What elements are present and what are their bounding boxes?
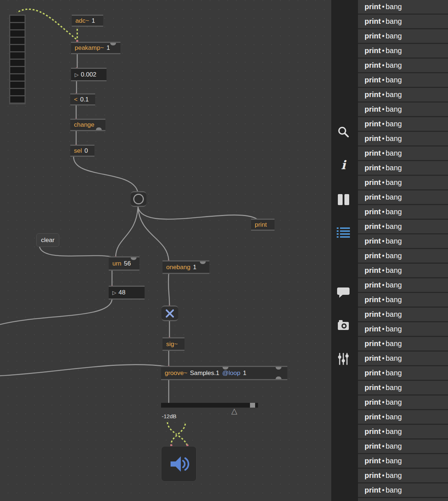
max-console: print•bangprint•bangprint•bangprint•bang… [358, 0, 448, 501]
note-number-box[interactable]: ▷ 48 [109, 286, 145, 300]
console-row-list: print•bangprint•bangprint•bangprint•bang… [358, 0, 448, 501]
inlet-nubs [75, 40, 258, 446]
sig-object[interactable]: sig~ [163, 337, 184, 351]
console-row[interactable]: print•bang [358, 88, 448, 101]
search-icon[interactable] [337, 125, 350, 138]
onebang-object[interactable]: onebang 1 [163, 260, 209, 274]
peakamp-object[interactable]: peakamp~ 1 [71, 42, 120, 54]
console-row[interactable]: print•bang [358, 308, 448, 321]
groove-object[interactable]: groove~ Samples.1 @loop 1 [161, 366, 287, 380]
console-row[interactable]: print•bang [358, 29, 448, 43]
less-than-object[interactable]: < 0.1 [70, 93, 95, 105]
meter-object[interactable] [9, 15, 26, 104]
threshold-number-box[interactable]: ▷ 0.002 [71, 68, 107, 81]
clear-message-box[interactable]: clear [36, 233, 59, 247]
console-row[interactable]: print•bang [358, 15, 448, 28]
object-name: urn [112, 260, 122, 267]
object-name: sig~ [166, 341, 178, 348]
ezdac-button[interactable] [161, 446, 197, 482]
console-row[interactable]: print•bang [358, 337, 448, 350]
console-row[interactable]: print•bang [358, 381, 448, 394]
object-arg: Samples.1 [190, 370, 219, 377]
message-text: clear [41, 237, 55, 244]
console-row[interactable]: print•bang [358, 293, 448, 307]
change-object[interactable]: change [70, 119, 105, 131]
console-row[interactable]: print•bang [358, 190, 448, 204]
mixer-sliders-icon[interactable] [337, 352, 350, 365]
console-row[interactable]: print•bang [358, 0, 448, 14]
console-row[interactable]: print•bang [358, 44, 448, 57]
snapshot-camera-icon[interactable] [337, 319, 350, 332]
object-name: change [74, 121, 94, 129]
console-list-icon[interactable] [337, 226, 350, 239]
object-attr: @loop [222, 370, 240, 377]
object-attr-arg: 1 [243, 370, 246, 377]
console-row[interactable]: print•bang [358, 117, 448, 131]
object-arg: 56 [124, 260, 131, 267]
object-arg: 1 [107, 44, 110, 52]
console-row[interactable]: print•bang [358, 234, 448, 248]
console-row[interactable]: print•bang [358, 205, 448, 219]
playbar-position [250, 403, 255, 408]
console-row[interactable]: print•bang [358, 439, 448, 453]
toggle-box[interactable] [161, 305, 178, 321]
number-triangle-icon: ▷ [75, 72, 79, 77]
object-name: adc~ [75, 17, 89, 25]
console-row[interactable]: print•bang [358, 483, 448, 497]
console-row[interactable]: print•bang [358, 278, 448, 292]
object-name: groove~ [165, 370, 187, 377]
adc-object[interactable]: adc~ 1 [72, 15, 103, 27]
console-row[interactable]: print•bang [358, 73, 448, 87]
number-value: 0.002 [81, 71, 97, 78]
loop-marker-icon[interactable]: △ [231, 407, 237, 415]
console-row[interactable]: print•bang [358, 396, 448, 409]
print-object[interactable]: print [251, 219, 275, 231]
console-row[interactable]: print•bang [358, 220, 448, 233]
object-name: onebang [166, 264, 190, 271]
toggle-x-icon [165, 309, 175, 318]
console-row[interactable]: print•bang [358, 176, 448, 189]
sel-object[interactable]: sel 0 [70, 145, 94, 157]
inlet-bump [200, 261, 206, 264]
playbar[interactable] [161, 403, 258, 408]
object-arg: 0 [85, 147, 88, 155]
patcher-canvas[interactable]: adc~ 1 peakamp~ 1 ▷ 0.002 < 0.1 change s… [0, 0, 331, 501]
console-row[interactable]: print•bang [358, 469, 448, 482]
console-row[interactable]: print•bang [358, 161, 448, 175]
bang-circle-icon [133, 194, 144, 204]
object-name: peakamp~ [75, 44, 104, 52]
object-arg: 0.1 [80, 96, 89, 103]
console-row[interactable]: print•bang [358, 352, 448, 365]
object-arg: 1 [92, 17, 95, 25]
urn-object[interactable]: urn 56 [109, 256, 139, 271]
console-row[interactable]: print•bang [358, 425, 448, 438]
console-row[interactable]: print•bang [358, 322, 448, 336]
console-row[interactable]: print•bang [358, 410, 448, 424]
console-row[interactable]: print•bang [358, 264, 448, 277]
gain-value-label: -12dB [162, 413, 176, 419]
info-icon[interactable]: i [337, 158, 350, 171]
console-row[interactable]: print•bang [358, 132, 448, 145]
object-name: print [255, 221, 267, 229]
console-row[interactable]: print•bang [358, 103, 448, 116]
inlet-bump [110, 43, 116, 45]
outlet-bump [276, 376, 281, 379]
speaker-icon [168, 453, 190, 475]
split-view-icon[interactable] [337, 193, 350, 206]
bang-button[interactable] [131, 191, 146, 207]
number-value: 48 [119, 289, 126, 296]
inlet-bump [276, 367, 281, 370]
comment-bubble-icon[interactable] [337, 285, 350, 298]
outlet-bump [96, 127, 102, 130]
console-row[interactable]: print•bang [358, 249, 448, 263]
console-row[interactable]: print•bang [358, 366, 448, 380]
console-row[interactable]: print•bang [358, 146, 448, 160]
console-row[interactable]: print•bang [358, 454, 448, 468]
number-triangle-icon: ▷ [112, 290, 116, 295]
console-row[interactable]: print•bang [358, 498, 448, 501]
max-patcher-window: adc~ 1 peakamp~ 1 ▷ 0.002 < 0.1 change s… [0, 0, 448, 501]
console-row[interactable]: print•bang [358, 59, 448, 72]
right-toolbar [331, 0, 358, 501]
object-name: < [74, 96, 78, 103]
patch-cords [0, 0, 331, 501]
